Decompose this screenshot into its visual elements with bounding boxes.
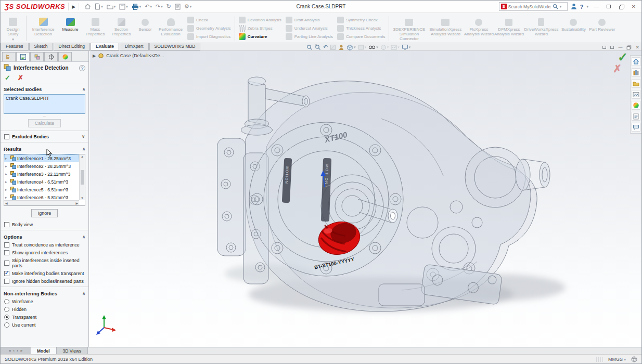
unit-system-selector[interactable]: MMGS ▾ — [608, 357, 626, 362]
draft-analysis-button[interactable]: Draft Analysis — [286, 17, 333, 23]
results-header[interactable]: Results∧ — [1, 144, 88, 153]
view-settings-icon[interactable]: ▾ — [402, 44, 411, 50]
ignore-button[interactable]: Ignore — [31, 209, 58, 217]
search-icon[interactable] — [553, 4, 558, 9]
graphics-viewport[interactable]: ▶ Crank Case (Default<<De... ✓ ✗ — [89, 51, 641, 347]
measure-button[interactable]: Measure — [58, 14, 82, 43]
use-current-radio[interactable] — [4, 322, 9, 328]
previous-view-icon[interactable]: ↶ — [323, 44, 328, 50]
edit-appearance-icon[interactable]: ▾ — [380, 44, 389, 50]
thickness-analysis-button[interactable]: Thickness Analysis — [337, 25, 386, 32]
section-view-icon[interactable] — [330, 44, 336, 50]
excluded-bodies-checkbox[interactable] — [4, 134, 9, 139]
ok-button[interactable]: ✓ — [5, 74, 10, 82]
check-button[interactable]: Check — [187, 17, 231, 23]
tab-evaluate[interactable]: Evaluate — [91, 43, 119, 50]
hidden-radio[interactable] — [4, 307, 9, 312]
crank-case-model[interactable]: MOTION MOTION XT100 BT-XT100-YYYYY — [89, 51, 641, 347]
dynamic-annotation-views-icon[interactable] — [338, 44, 344, 50]
geometry-analysis-button[interactable]: Geometry Analysis — [187, 25, 231, 32]
custom-properties-icon[interactable] — [632, 112, 640, 121]
symmetry-check-button[interactable]: Symmetry Check — [337, 17, 386, 23]
result-item[interactable]: ▸Interference5 - 6.51mm^3 — [4, 186, 79, 193]
configuration-manager-tab[interactable] — [30, 52, 44, 61]
tab-scroll-buttons[interactable]: «‹›» — [1, 347, 31, 354]
floxpress-wizard-button[interactable]: FloXpress Analysis Wizard — [464, 14, 494, 43]
help-caret[interactable]: ▾ — [586, 5, 588, 8]
display-manager-tab[interactable] — [58, 52, 72, 61]
parting-line-analysis-button[interactable]: Parting Line Analysis — [286, 33, 333, 40]
sustainability-button[interactable]: Sustainability — [558, 14, 588, 43]
result-item[interactable]: ▸Interference4 - 6.51mm^3 — [4, 178, 79, 186]
excluded-bodies-header[interactable]: Excluded Bodies ∨ — [1, 133, 88, 140]
new-file-icon[interactable]: ▾ — [94, 3, 104, 10]
undercut-analysis-button[interactable]: Undercut Analysis — [286, 25, 333, 32]
tab-solidworks-mbd[interactable]: SOLIDWORKS MBD — [149, 43, 201, 50]
display-mode-row[interactable]: Use current — [1, 321, 88, 329]
tab-sketch[interactable]: Sketch — [29, 43, 53, 50]
option-row[interactable]: Skip interferences inside inserted parts — [1, 256, 88, 269]
minimize-button[interactable]: — — [592, 3, 601, 11]
options-header[interactable]: Options∧ — [1, 232, 88, 241]
vertical-scrollbar[interactable]: ▲▼ — [79, 154, 85, 200]
display-mode-row[interactable]: Hidden — [1, 305, 88, 313]
curvature-button[interactable]: Curvature — [239, 33, 281, 40]
forum-icon[interactable] — [632, 123, 640, 132]
compare-documents-button[interactable]: Compare Documents — [337, 33, 386, 40]
design-study-button[interactable]: Design Study ▾ — [2, 14, 24, 43]
options-gear-icon[interactable]: ⚙▾ — [183, 3, 192, 10]
zoom-to-fit-icon[interactable] — [306, 44, 313, 50]
maximize-button[interactable] — [604, 3, 613, 11]
undo-icon[interactable]: ↶▾ — [144, 3, 153, 10]
open-file-icon[interactable]: ▾ — [106, 3, 117, 10]
doc-new-window-icon[interactable] — [602, 46, 606, 49]
result-item[interactable]: ▸Interference2 - 28.25mm^3 — [4, 162, 79, 170]
selected-bodies-listbox[interactable]: Crank Case.SLDPRT — [4, 94, 85, 114]
calculate-button[interactable]: Calculate — [28, 119, 61, 127]
doc-close-icon[interactable]: ✕ — [635, 45, 639, 50]
close-button[interactable]: ✕ — [629, 3, 638, 11]
treat-coincidence-checkbox[interactable] — [4, 242, 9, 248]
3dexperience-simulation-connector-button[interactable]: 3DEXPERIENCE Simulation Connector — [391, 14, 427, 43]
body-view-checkbox[interactable] — [4, 222, 9, 227]
tab-features[interactable]: Features — [1, 43, 29, 50]
flyout-expand-arrow[interactable]: ▶ — [93, 54, 96, 58]
doc-cascade-icon[interactable] — [610, 46, 614, 49]
sensor-button[interactable]: Sensor — [134, 14, 156, 43]
tag-icon[interactable] — [631, 356, 637, 362]
confirmation-corner-cancel-icon[interactable]: ✗ — [613, 62, 622, 75]
property-manager-tab[interactable] — [16, 52, 30, 61]
horizontal-scrollbar[interactable]: ◀▶ — [4, 200, 79, 205]
menu-flyout-arrow[interactable]: ▶ — [69, 3, 79, 10]
cancel-button[interactable]: ✗ — [18, 74, 23, 82]
file-properties-icon[interactable] — [174, 3, 182, 10]
user-account-icon[interactable] — [571, 3, 577, 10]
option-row[interactable]: Show ignored interferences — [1, 249, 88, 256]
import-diagnostics-button[interactable]: Import Diagnostics — [187, 33, 231, 40]
result-item[interactable]: ▸Interference3 - 22.11mm^3 — [4, 170, 79, 178]
3d-views-tab[interactable]: 3D Views — [57, 347, 88, 354]
appearances-scenes-icon[interactable] — [632, 101, 640, 110]
redo-icon[interactable]: ↷▾ — [155, 3, 164, 10]
doc-restore-icon[interactable] — [627, 45, 631, 49]
design-library-icon[interactable] — [632, 68, 640, 77]
home-icon[interactable] — [83, 3, 92, 10]
dfmxpress-wizard-button[interactable]: DFMXpress Analysis Wizard — [494, 14, 524, 43]
help-button[interactable]: ? — [580, 4, 584, 10]
home-tab-icon[interactable] — [632, 57, 640, 66]
feature-tree-flyout[interactable]: ▶ Crank Case (Default<<De... — [93, 53, 164, 59]
ignore-hidden-checkbox[interactable] — [4, 279, 9, 284]
result-item[interactable]: ▸Interference1 - 28.25mm^3 — [4, 154, 79, 162]
tab-dimxpert[interactable]: DimXpert — [120, 43, 148, 50]
doc-minimize-icon[interactable]: — — [618, 45, 622, 49]
resize-grip[interactable]: ⋯ — [1, 115, 88, 118]
rebuild-icon[interactable]: ↻ — [165, 3, 172, 10]
deviation-analysis-button[interactable]: Deviation Analysis — [239, 17, 281, 23]
help-icon[interactable]: ? — [79, 65, 85, 71]
option-row[interactable]: Make interfering bodies transparent — [1, 269, 88, 277]
option-row[interactable]: Ignore hidden bodies/inserted parts — [1, 277, 88, 285]
zebra-stripes-button[interactable]: Zebra Stripes — [239, 25, 281, 32]
make-transparent-checkbox[interactable] — [4, 271, 9, 276]
part-reviewer-button[interactable]: Part Reviewer — [588, 14, 615, 43]
body-view-row[interactable]: Body view — [1, 220, 88, 228]
